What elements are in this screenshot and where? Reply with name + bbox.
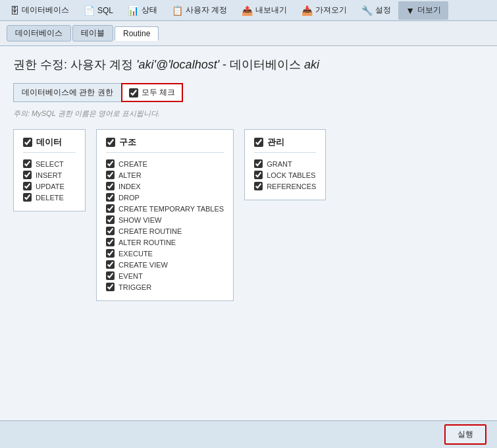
nav-sql[interactable]: 📄 SQL xyxy=(76,1,120,20)
perm-show-view-label: SHOW VIEW xyxy=(118,216,161,224)
nav-more-label: 더보기 xyxy=(417,5,441,16)
perm-lock-tables-label: LOCK TABLES xyxy=(267,171,315,179)
more-icon: ▼ xyxy=(405,5,415,16)
perm-alter-routine: ALTER ROUTINE xyxy=(106,238,224,246)
user-account-icon: 📋 xyxy=(172,5,183,16)
nav-status[interactable]: 📊 상태 xyxy=(120,1,165,20)
perm-execute-checkbox[interactable] xyxy=(106,249,115,258)
breadcrumb-routine-tab[interactable]: Routine xyxy=(115,26,159,41)
main-content: 권한 수정: 사용자 계정 'aki'@'localhost' - 데이터베이스… xyxy=(0,46,497,428)
admin-group-label: 관리 xyxy=(267,136,284,148)
permissions-header: 데이터베이스에 관한 권한 모두 체크 xyxy=(13,83,484,102)
perm-event-checkbox[interactable] xyxy=(106,271,115,280)
perm-execute-label: EXECUTE xyxy=(118,250,153,258)
settings-icon: 🔧 xyxy=(361,5,373,16)
perm-delete-checkbox[interactable] xyxy=(23,193,32,202)
nav-settings-label: 설정 xyxy=(375,5,391,16)
permissions-note: 주의: MySQL 권한 이름은 영어로 표시됩니다. xyxy=(13,109,484,119)
data-group-header: 데이터 xyxy=(23,136,76,153)
perm-index-label: INDEX xyxy=(118,182,141,190)
perm-create-view-label: CREATE VIEW xyxy=(118,261,168,269)
perm-create-routine-checkbox[interactable] xyxy=(106,227,115,235)
data-group-checkbox[interactable] xyxy=(23,138,32,147)
perm-references-checkbox[interactable] xyxy=(254,182,263,190)
perm-drop-label: DROP xyxy=(118,194,140,202)
data-group: 데이터 SELECT INSERT UPDATE DELETE xyxy=(13,129,86,211)
nav-settings[interactable]: 🔧 설정 xyxy=(354,1,398,20)
perm-create-temp-checkbox[interactable] xyxy=(106,204,115,213)
perm-create: CREATE xyxy=(106,159,224,168)
breadcrumb-table-tab[interactable]: 테이블 xyxy=(72,25,113,42)
perm-event: EVENT xyxy=(106,271,224,280)
perm-update-checkbox[interactable] xyxy=(23,182,32,190)
structure-group-label: 구조 xyxy=(119,136,136,148)
nav-import[interactable]: 📥 가져오기 xyxy=(294,1,354,20)
status-icon: 📊 xyxy=(128,5,139,16)
perm-drop: DROP xyxy=(106,193,224,202)
perm-delete-label: DELETE xyxy=(36,194,64,202)
perm-create-temp-label: CREATE TEMPORARY TABLES xyxy=(118,205,224,213)
perm-create-checkbox[interactable] xyxy=(106,159,115,168)
admin-group-checkbox[interactable] xyxy=(254,138,263,147)
perm-grant: GRANT xyxy=(254,159,316,168)
execute-button[interactable]: 실행 xyxy=(444,424,486,445)
check-all-checkbox[interactable] xyxy=(129,88,138,98)
permission-groups: 데이터 SELECT INSERT UPDATE DELETE xyxy=(13,129,484,301)
perm-grant-checkbox[interactable] xyxy=(254,159,263,168)
perm-insert-checkbox[interactable] xyxy=(23,171,32,179)
breadcrumb-bar: 데이터베이스 테이블 Routine xyxy=(0,21,497,46)
perm-create-temp: CREATE TEMPORARY TABLES xyxy=(106,204,224,213)
perm-references-label: REFERENCES xyxy=(267,182,316,190)
perm-trigger-checkbox[interactable] xyxy=(106,283,115,291)
perm-delete: DELETE xyxy=(23,193,76,202)
perm-trigger: TRIGGER xyxy=(106,283,224,291)
page-title: 권한 수정: 사용자 계정 'aki'@'localhost' - 데이터베이스… xyxy=(13,57,484,72)
top-navigation: 🗄 데이터베이스 📄 SQL 📊 상태 📋 사용자 계정 📤 내보내기 📥 가져… xyxy=(0,0,497,21)
perm-create-view-checkbox[interactable] xyxy=(106,260,115,269)
nav-user-account[interactable]: 📋 사용자 계정 xyxy=(165,1,234,20)
perm-alter: ALTER xyxy=(106,171,224,179)
perm-show-view-checkbox[interactable] xyxy=(106,215,115,224)
perm-show-view: SHOW VIEW xyxy=(106,215,224,224)
nav-database-label: 데이터베이스 xyxy=(22,5,69,16)
perm-lock-tables: LOCK TABLES xyxy=(254,171,316,179)
perm-insert: INSERT xyxy=(23,171,76,179)
data-group-label: 데이터 xyxy=(36,136,62,148)
nav-sql-label: SQL xyxy=(97,6,113,15)
perm-event-label: EVENT xyxy=(118,272,143,280)
structure-group: 구조 CREATE ALTER INDEX DROP CREATE TEMPOR… xyxy=(96,129,234,301)
perm-index: INDEX xyxy=(106,182,224,190)
perm-lock-tables-checkbox[interactable] xyxy=(254,171,263,179)
permissions-section-label: 데이터베이스에 관한 권한 xyxy=(13,83,121,102)
perm-update: UPDATE xyxy=(23,182,76,190)
perm-select: SELECT xyxy=(23,159,76,168)
perm-update-label: UPDATE xyxy=(36,182,65,190)
nav-import-label: 가져오기 xyxy=(315,5,347,16)
perm-references: REFERENCES xyxy=(254,182,316,190)
nav-status-label: 상태 xyxy=(142,5,157,16)
admin-group-header: 관리 xyxy=(254,136,316,153)
check-all-label: 모두 체크 xyxy=(142,87,175,98)
nav-user-account-label: 사용자 계정 xyxy=(186,5,227,16)
breadcrumb-database-tab[interactable]: 데이터베이스 xyxy=(7,25,71,42)
bottom-bar: 실행 xyxy=(0,420,497,448)
nav-database[interactable]: 🗄 데이터베이스 xyxy=(3,1,76,20)
perm-alter-label: ALTER xyxy=(118,171,142,179)
sql-icon: 📄 xyxy=(84,5,95,16)
perm-trigger-label: TRIGGER xyxy=(118,283,151,291)
structure-group-checkbox[interactable] xyxy=(106,138,115,147)
check-all-container[interactable]: 모두 체크 xyxy=(121,83,183,102)
perm-alter-checkbox[interactable] xyxy=(106,171,115,179)
export-icon: 📤 xyxy=(242,5,253,16)
perm-drop-checkbox[interactable] xyxy=(106,193,115,202)
nav-export[interactable]: 📤 내보내기 xyxy=(234,1,294,20)
structure-group-header: 구조 xyxy=(106,136,224,153)
perm-insert-label: INSERT xyxy=(36,171,62,179)
perm-execute: EXECUTE xyxy=(106,249,224,258)
perm-select-checkbox[interactable] xyxy=(23,159,32,168)
nav-more[interactable]: ▼ 더보기 xyxy=(398,1,448,20)
perm-index-checkbox[interactable] xyxy=(106,182,115,190)
import-icon: 📥 xyxy=(301,5,313,16)
database-icon: 🗄 xyxy=(10,5,19,16)
perm-alter-routine-checkbox[interactable] xyxy=(106,238,115,246)
